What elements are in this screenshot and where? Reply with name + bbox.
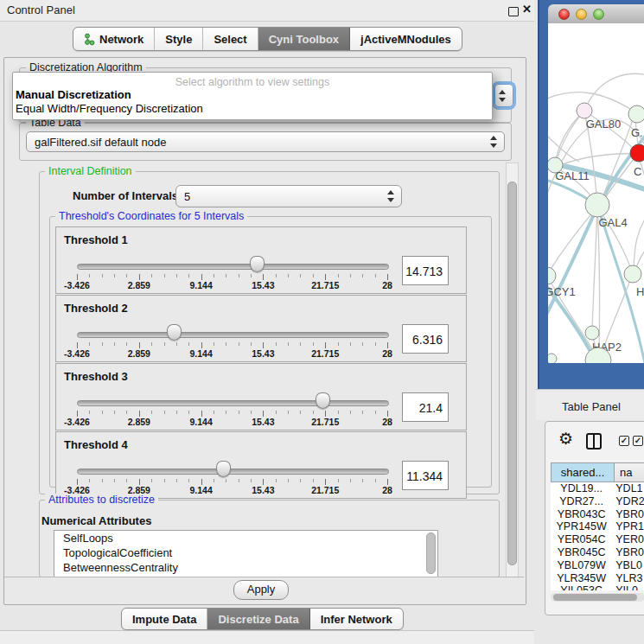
table-data-combobox-value: galFiltered.sif default node bbox=[35, 136, 166, 149]
slider-track[interactable] bbox=[77, 332, 389, 338]
thresholds-group-title: Threshold's Coordinates for 5 Intervals bbox=[55, 210, 247, 222]
network-node-hap2[interactable] bbox=[585, 326, 599, 340]
mode-tab-infer-network[interactable]: Infer Network bbox=[310, 609, 403, 629]
minimize-traffic-light-icon[interactable] bbox=[576, 9, 587, 20]
node-attribute-table: shared... na YDL19...YDL1YDR27...YDR2YBR… bbox=[551, 462, 644, 590]
slider-thumb[interactable] bbox=[167, 324, 182, 341]
algorithm-combo-stepper[interactable] bbox=[494, 84, 513, 107]
attribute-list-item[interactable]: SelfLoops bbox=[54, 531, 437, 545]
network-icon bbox=[84, 33, 95, 46]
zoom-traffic-light-icon[interactable] bbox=[593, 9, 604, 20]
tab-label: jActiveMNodules bbox=[360, 33, 451, 46]
table-hscrollbar-track[interactable] bbox=[551, 593, 644, 602]
network-node[interactable] bbox=[548, 354, 557, 363]
threshold-label: Threshold 4 bbox=[64, 438, 128, 451]
float-window-icon[interactable] bbox=[508, 7, 519, 16]
table-data-combobox[interactable]: galFiltered.sif default node bbox=[26, 131, 505, 152]
close-traffic-light-icon[interactable] bbox=[558, 9, 570, 20]
network-node-label: GAL4 bbox=[598, 216, 627, 229]
column-header-shared-name[interactable]: shared... bbox=[551, 462, 615, 482]
slider-major-ticks bbox=[77, 342, 388, 348]
control-panel-tab-bar: NetworkStyleSelectCyni ToolboxjActiveMNo… bbox=[73, 27, 462, 51]
mode-tab-label: Discretize Data bbox=[218, 613, 298, 626]
tab-jactivemnodules[interactable]: jActiveMNodules bbox=[350, 28, 462, 50]
close-icon[interactable]: ✕ bbox=[522, 3, 532, 16]
slider-track[interactable] bbox=[77, 400, 389, 406]
slider-track[interactable] bbox=[77, 469, 389, 475]
table-row[interactable]: YBR045CYBR0 bbox=[551, 546, 644, 559]
number-of-intervals-value: 5 bbox=[184, 190, 190, 203]
threshold-slider-row: Threshold 3 21.4 -3.4262.8599.14415.4321… bbox=[55, 363, 467, 430]
network-window-titlebar[interactable] bbox=[548, 4, 644, 24]
threshold-value-field[interactable]: 6.316 bbox=[402, 324, 449, 354]
table-row[interactable]: YLR345WYLR3 bbox=[551, 572, 644, 585]
tab-select[interactable]: Select bbox=[203, 28, 258, 50]
apply-button[interactable]: Apply bbox=[233, 580, 289, 600]
tab-network[interactable]: Network bbox=[73, 28, 155, 50]
network-edge[interactable] bbox=[638, 155, 644, 208]
settings-scrollbar-thumb[interactable] bbox=[507, 182, 517, 565]
slider-thumb[interactable] bbox=[250, 256, 265, 272]
network-node-c[interactable] bbox=[630, 144, 644, 162]
slider-major-ticks bbox=[77, 411, 388, 417]
table-cell: YLR3 bbox=[612, 572, 644, 585]
network-edge[interactable] bbox=[584, 73, 644, 111]
network-node-h[interactable] bbox=[624, 265, 641, 283]
number-of-intervals-label: Number of Intervals bbox=[73, 189, 178, 202]
table-row[interactable]: YBL079WYBL0 bbox=[551, 559, 644, 572]
network-node-g[interactable] bbox=[628, 105, 644, 123]
number-of-intervals-combobox[interactable]: 5 bbox=[175, 185, 402, 207]
network-node-gcy1[interactable] bbox=[548, 267, 556, 284]
attribute-list-item[interactable]: BetweennessCentrality bbox=[54, 560, 437, 575]
slider-thumb[interactable] bbox=[216, 461, 231, 477]
network-node-label: G. bbox=[631, 126, 643, 139]
table-hscrollbar-thumb[interactable] bbox=[553, 594, 637, 601]
table-cell: YBL0 bbox=[612, 559, 644, 572]
attribute-list-item[interactable]: TopologicalCoefficient bbox=[54, 545, 437, 560]
slider-tick-label: 28 bbox=[382, 348, 392, 359]
threshold-value-field[interactable]: 11.344 bbox=[402, 461, 449, 490]
table-cell: YER054C bbox=[551, 533, 612, 546]
threshold-value-field[interactable]: 14.713 bbox=[402, 256, 449, 285]
unselect-all-checkbox-icon[interactable]: ✓ bbox=[633, 436, 643, 446]
algorithm-option[interactable]: Equal Width/Frequency Discretization bbox=[16, 102, 203, 115]
algorithm-option[interactable]: Manual Discretization bbox=[16, 88, 131, 101]
slider-tick-label: 28 bbox=[382, 485, 392, 495]
attributes-list-scrollbar[interactable] bbox=[426, 532, 436, 574]
table-row[interactable]: YDL19...YDL1 bbox=[551, 482, 644, 495]
table-cell: YDR2 bbox=[612, 495, 644, 508]
network-edge[interactable] bbox=[555, 112, 583, 165]
table-row[interactable]: YIL053CYIL0 bbox=[551, 584, 644, 590]
attributes-group-title: Attributes to discretize bbox=[45, 494, 158, 506]
network-node-label: H bbox=[636, 285, 644, 298]
network-view-canvas[interactable]: GAL80G.CGAL11GAL4GCY1HHAP2 bbox=[548, 23, 644, 363]
slider-track[interactable] bbox=[77, 264, 389, 270]
split-columns-icon[interactable] bbox=[586, 433, 602, 450]
table-row[interactable]: YPR145WYPR1 bbox=[551, 520, 644, 533]
tab-cyni-toolbox[interactable]: Cyni Toolbox bbox=[258, 28, 350, 50]
table-cell: YPR145W bbox=[551, 520, 612, 533]
numerical-attributes-list[interactable]: SelfLoopsTopologicalCoefficientBetweenne… bbox=[54, 530, 438, 577]
threshold-slider-row: Threshold 2 6.316 -3.4262.8599.14415.432… bbox=[55, 295, 467, 362]
threshold-slider-row: Threshold 1 14.713 -3.4262.8599.14415.43… bbox=[55, 226, 467, 294]
slider-tick-label: -3.426 bbox=[64, 348, 90, 359]
network-edge[interactable] bbox=[548, 127, 579, 162]
threshold-value-field[interactable]: 21.4 bbox=[402, 392, 449, 422]
tab-style[interactable]: Style bbox=[155, 28, 203, 50]
column-header-name[interactable]: na bbox=[615, 462, 644, 482]
network-node-gal4[interactable] bbox=[585, 193, 609, 217]
network-edge[interactable] bbox=[592, 207, 597, 331]
mode-tab-discretize-data[interactable]: Discretize Data bbox=[207, 609, 309, 629]
slider-tick-label: 15.43 bbox=[252, 485, 274, 495]
network-node-gal80[interactable] bbox=[577, 103, 592, 118]
gear-icon[interactable]: ⚙ bbox=[558, 430, 573, 447]
slider-tick-label: 9.144 bbox=[189, 417, 212, 427]
network-edge-highlighted[interactable] bbox=[548, 207, 597, 322]
mode-tab-impute-data[interactable]: Impute Data bbox=[122, 609, 207, 629]
slider-thumb[interactable] bbox=[316, 392, 330, 409]
cyni-mode-tab-bar: Impute DataDiscretize DataInfer Network bbox=[121, 608, 404, 630]
table-row[interactable]: YER054CYER0 bbox=[551, 533, 644, 546]
select-all-checkbox-icon[interactable]: ✓ bbox=[619, 436, 629, 446]
table-row[interactable]: YBR043CYBR0 bbox=[551, 508, 644, 521]
table-row[interactable]: YDR27...YDR2 bbox=[551, 495, 644, 508]
